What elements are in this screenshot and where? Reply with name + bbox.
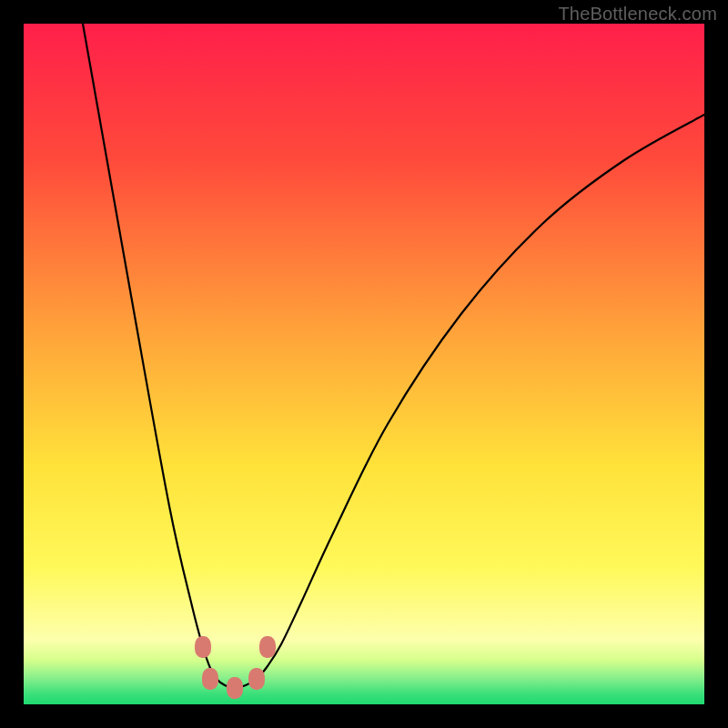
- marker-dot: [227, 677, 243, 699]
- plot-frame: [24, 24, 704, 704]
- bottleneck-curve: [24, 24, 704, 704]
- marker-dot: [248, 668, 265, 690]
- watermark-text: TheBottleneck.com: [558, 4, 717, 25]
- marker-dot: [202, 668, 218, 690]
- marker-dot: [195, 636, 211, 658]
- marker-dot: [259, 636, 276, 658]
